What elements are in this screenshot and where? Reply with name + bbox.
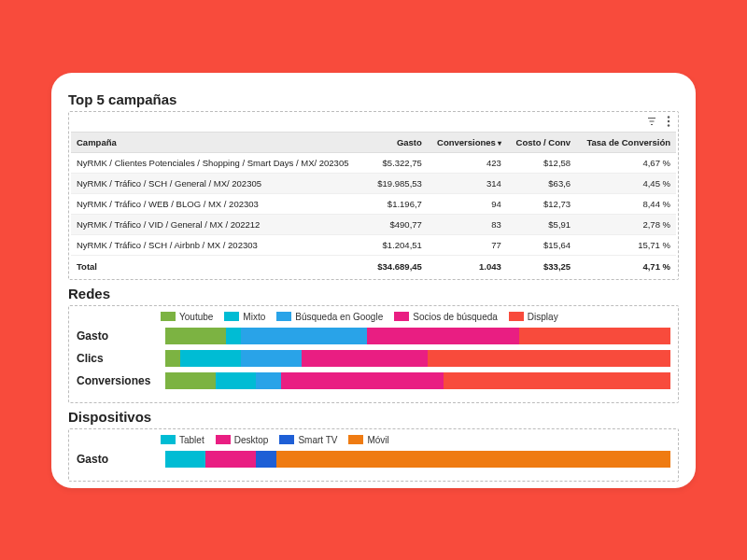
bar-segment[interactable] xyxy=(302,350,428,367)
cell-conversions: 423 xyxy=(428,152,507,173)
cell-conversions: 77 xyxy=(428,234,507,255)
total-costconv: $33,25 xyxy=(507,255,576,277)
stacked-bar xyxy=(165,451,670,468)
table-row[interactable]: NyRMK / Tráfico / WEB / BLOG / MX / 2023… xyxy=(71,193,676,214)
legend-label: Búsqueda en Google xyxy=(295,312,383,322)
networks-chart: YoutubeMixtoBúsqueda en GoogleSocios de … xyxy=(68,305,679,403)
legend-swatch xyxy=(509,312,524,321)
table-row[interactable]: NyRMK / Tráfico / SCH / Airbnb / MX / 20… xyxy=(71,234,676,255)
stacked-bar xyxy=(165,350,670,367)
legend-item[interactable]: Búsqueda en Google xyxy=(276,312,383,322)
bar-row: Clics xyxy=(77,350,670,367)
legend-item[interactable]: Smart TV xyxy=(279,435,337,445)
bar-segment[interactable] xyxy=(428,350,670,367)
bar-label: Conversiones xyxy=(77,374,165,387)
campaigns-table-box: Campaña Gasto Conversiones▾ Costo / Conv… xyxy=(68,111,679,280)
cell-convrate: 8,44 % xyxy=(576,193,676,214)
networks-legend: YoutubeMixtoBúsqueda en GoogleSocios de … xyxy=(161,312,670,322)
total-label: Total xyxy=(71,255,369,277)
bar-segment[interactable] xyxy=(216,372,256,389)
devices-legend: TabletDesktopSmart TVMóvil xyxy=(161,435,670,445)
devices-title: Dispositivos xyxy=(68,409,679,425)
bar-label: Gasto xyxy=(77,329,165,343)
bar-segment[interactable] xyxy=(205,451,256,468)
bar-segment[interactable] xyxy=(367,328,518,344)
legend-swatch xyxy=(394,312,409,321)
bar-segment[interactable] xyxy=(226,328,241,344)
bar-row: Conversiones xyxy=(77,372,670,389)
cell-conversions: 314 xyxy=(428,173,507,193)
table-row[interactable]: NyRMK / Tráfico / SCH / General / MX/ 20… xyxy=(71,173,676,193)
total-spend: $34.689,45 xyxy=(369,255,428,277)
bar-segment[interactable] xyxy=(276,451,670,468)
legend-swatch xyxy=(161,435,176,444)
legend-item[interactable]: Móvil xyxy=(348,435,388,445)
th-convrate[interactable]: Tasa de Conversión xyxy=(576,132,676,152)
legend-item[interactable]: Socios de búsqueda xyxy=(394,312,498,322)
filter-icon[interactable] xyxy=(646,116,657,130)
table-row[interactable]: NyRMK / Tráfico / VID / General / MX / 2… xyxy=(71,214,676,234)
bar-segment[interactable] xyxy=(256,451,276,468)
cell-conversions: 83 xyxy=(428,214,507,234)
bar-label: Gasto xyxy=(77,453,165,466)
cell-costconv: $12,58 xyxy=(507,152,576,173)
campaigns-table: Campaña Gasto Conversiones▾ Costo / Conv… xyxy=(71,132,676,277)
bar-segment[interactable] xyxy=(165,328,226,344)
bar-segment[interactable] xyxy=(165,350,180,367)
cell-convrate: 4,67 % xyxy=(576,152,676,173)
legend-label: Smart TV xyxy=(298,435,337,445)
legend-swatch xyxy=(216,435,231,444)
bar-row: Gasto xyxy=(77,451,670,468)
th-spend[interactable]: Gasto xyxy=(369,132,428,152)
cell-convrate: 2,78 % xyxy=(576,214,676,234)
legend-swatch xyxy=(161,312,176,321)
th-costconv[interactable]: Costo / Conv xyxy=(507,132,576,152)
legend-item[interactable]: Youtube xyxy=(161,312,213,322)
bar-segment[interactable] xyxy=(241,350,302,367)
cell-spend: $19.985,53 xyxy=(369,173,428,193)
legend-label: Desktop xyxy=(234,435,269,445)
legend-swatch xyxy=(224,312,239,321)
dashboard-panel: Top 5 campañas Campaña Gasto Conversione… xyxy=(51,73,696,488)
total-convrate: 4,71 % xyxy=(576,255,676,277)
bar-segment[interactable] xyxy=(180,350,241,367)
table-row[interactable]: NyRMK / Clientes Potenciales / Shopping … xyxy=(71,152,676,173)
cell-campaign: NyRMK / Tráfico / WEB / BLOG / MX / 2023… xyxy=(71,193,369,214)
th-conversions[interactable]: Conversiones▾ xyxy=(428,132,507,152)
legend-item[interactable]: Mixto xyxy=(224,312,265,322)
cell-convrate: 15,71 % xyxy=(576,234,676,255)
legend-item[interactable]: Desktop xyxy=(216,435,269,445)
more-icon[interactable] xyxy=(667,116,670,130)
stacked-bar xyxy=(165,328,670,344)
cell-costconv: $63,6 xyxy=(507,173,576,193)
th-campaign[interactable]: Campaña xyxy=(71,132,369,152)
legend-label: Móvil xyxy=(367,435,388,445)
legend-label: Youtube xyxy=(179,312,213,322)
devices-chart: TabletDesktopSmart TVMóvil Gasto xyxy=(68,428,679,482)
svg-point-0 xyxy=(668,116,669,118)
cell-costconv: $12,73 xyxy=(507,193,576,214)
bar-segment[interactable] xyxy=(281,372,443,389)
cell-conversions: 94 xyxy=(428,193,507,214)
legend-label: Socios de búsqueda xyxy=(413,312,498,322)
cell-costconv: $5,91 xyxy=(507,214,576,234)
bar-segment[interactable] xyxy=(444,372,670,389)
cell-spend: $1.196,7 xyxy=(369,193,428,214)
bar-segment[interactable] xyxy=(256,372,281,389)
legend-item[interactable]: Tablet xyxy=(161,435,204,445)
bar-segment[interactable] xyxy=(519,328,670,344)
bar-segment[interactable] xyxy=(165,451,205,468)
legend-swatch xyxy=(348,435,363,444)
bar-segment[interactable] xyxy=(241,328,367,344)
cell-spend: $5.322,75 xyxy=(369,152,428,173)
svg-point-2 xyxy=(668,124,669,126)
bar-label: Clics xyxy=(77,352,165,365)
legend-label: Display xyxy=(528,312,558,322)
svg-point-1 xyxy=(668,119,669,121)
legend-swatch xyxy=(276,312,291,321)
campaigns-title: Top 5 campañas xyxy=(68,91,679,107)
legend-item[interactable]: Display xyxy=(509,312,558,322)
bar-segment[interactable] xyxy=(165,372,216,389)
stacked-bar xyxy=(165,372,670,389)
cell-campaign: NyRMK / Tráfico / SCH / Airbnb / MX / 20… xyxy=(71,234,369,255)
